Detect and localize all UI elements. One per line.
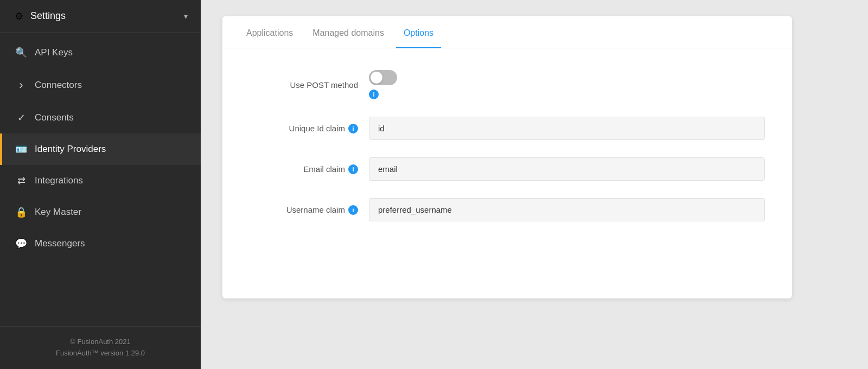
sidebar-item-integrations[interactable]: ⇄ Integrations bbox=[0, 165, 201, 196]
tab-options[interactable]: Options bbox=[396, 16, 441, 48]
unique-id-claim-row: Unique Id claim i bbox=[250, 117, 765, 140]
email-claim-row: Email claim i bbox=[250, 157, 765, 181]
use-post-method-row: Use POST method i bbox=[250, 70, 765, 99]
email-claim-field bbox=[369, 157, 765, 181]
unique-id-claim-info-icon[interactable]: i bbox=[348, 124, 358, 133]
username-claim-info-icon[interactable]: i bbox=[348, 205, 358, 215]
api-keys-icon: 🔍 bbox=[15, 47, 27, 59]
username-claim-label: Username claim i bbox=[250, 205, 369, 215]
email-claim-label: Email claim i bbox=[250, 164, 369, 174]
sidebar-item-label: Integrations bbox=[35, 175, 83, 186]
footer-line1: © FusionAuth 2021 bbox=[13, 336, 188, 348]
sidebar-item-label: Messengers bbox=[35, 238, 85, 249]
messengers-icon: 💬 bbox=[15, 238, 27, 250]
unique-id-claim-label: Unique Id claim i bbox=[250, 124, 369, 133]
footer-line2: FusionAuth™ version 1.29.0 bbox=[13, 348, 188, 359]
toggle-slider bbox=[369, 70, 397, 85]
sidebar-header-left: ⚙ Settings bbox=[13, 10, 66, 22]
identity-providers-icon: 🪪 bbox=[15, 143, 27, 155]
use-post-method-field: i bbox=[369, 70, 765, 99]
use-post-method-toggle[interactable] bbox=[369, 70, 397, 85]
username-claim-row: Username claim i bbox=[250, 198, 765, 221]
tabs-bar: Applications Managed domains Options bbox=[222, 16, 792, 48]
use-post-method-info-icon[interactable]: i bbox=[369, 90, 379, 99]
sidebar-title: Settings bbox=[30, 10, 66, 22]
email-claim-input[interactable] bbox=[369, 157, 765, 181]
form-content: Use POST method i Unique Id claim i bbox=[222, 48, 792, 260]
username-claim-field bbox=[369, 198, 765, 221]
tab-managed-domains[interactable]: Managed domains bbox=[305, 16, 392, 48]
email-claim-info-icon[interactable]: i bbox=[348, 164, 358, 174]
connectors-icon: › bbox=[15, 78, 27, 92]
settings-icon: ⚙ bbox=[13, 10, 25, 22]
sidebar-footer: © FusionAuth 2021 FusionAuth™ version 1.… bbox=[0, 326, 201, 369]
sidebar-item-connectors[interactable]: › Connectors bbox=[0, 68, 201, 102]
sidebar-item-label: Connectors bbox=[35, 80, 82, 91]
sidebar-item-label: API Keys bbox=[35, 47, 73, 58]
integrations-icon: ⇄ bbox=[15, 175, 27, 187]
key-master-icon: 🔒 bbox=[15, 206, 27, 218]
main-content: Applications Managed domains Options Use… bbox=[201, 0, 868, 369]
tab-applications[interactable]: Applications bbox=[239, 16, 301, 48]
sidebar-item-consents[interactable]: ✓ Consents bbox=[0, 102, 201, 133]
sidebar: ⚙ Settings ▾ 🔍 API Keys › Connectors ✓ C… bbox=[0, 0, 201, 369]
sidebar-nav: 🔍 API Keys › Connectors ✓ Consents 🪪 Ide… bbox=[0, 33, 201, 326]
sidebar-item-identity-providers[interactable]: 🪪 Identity Providers bbox=[0, 133, 201, 165]
chevron-down-icon[interactable]: ▾ bbox=[184, 12, 188, 21]
sidebar-header: ⚙ Settings ▾ bbox=[0, 0, 201, 33]
unique-id-claim-input[interactable] bbox=[369, 117, 765, 140]
use-post-method-label: Use POST method bbox=[250, 80, 369, 90]
sidebar-item-label: Identity Providers bbox=[35, 144, 106, 155]
content-card: Applications Managed domains Options Use… bbox=[222, 16, 792, 298]
consents-icon: ✓ bbox=[15, 112, 27, 124]
username-claim-input[interactable] bbox=[369, 198, 765, 221]
sidebar-item-key-master[interactable]: 🔒 Key Master bbox=[0, 196, 201, 228]
sidebar-item-label: Key Master bbox=[35, 207, 81, 218]
sidebar-item-api-keys[interactable]: 🔍 API Keys bbox=[0, 37, 201, 68]
unique-id-claim-field bbox=[369, 117, 765, 140]
sidebar-item-messengers[interactable]: 💬 Messengers bbox=[0, 228, 201, 259]
sidebar-item-label: Consents bbox=[35, 112, 74, 123]
